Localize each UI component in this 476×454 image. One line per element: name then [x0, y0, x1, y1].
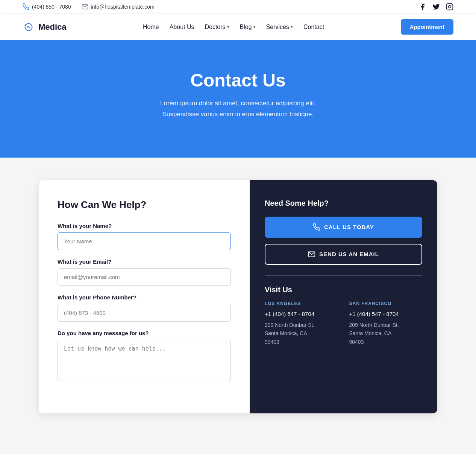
logo: Medica — [23, 21, 67, 33]
email-us-button[interactable]: SEND US AN EMAIL — [265, 244, 422, 265]
navbar: Medica Home About Us Doctors ▾ Blog ▾ Se… — [0, 14, 476, 40]
services-chevron-icon: ▾ — [291, 24, 293, 29]
form-title: How Can We Help? — [58, 199, 231, 211]
nav-services[interactable]: Services ▾ — [266, 24, 293, 30]
email-label: What is your Email? — [58, 258, 231, 265]
location-sf-address: 209 North Dunbar St.Santa Monica, CA9040… — [349, 321, 422, 346]
visit-title: Visit Us — [265, 285, 422, 294]
nav-about-label: About Us — [170, 24, 194, 30]
message-field-group: Do you have any message for us? — [58, 330, 231, 383]
nav-blog[interactable]: Blog ▾ — [240, 24, 256, 30]
location-la-address: 209 North Dunbar St.Santa Monica, CA9040… — [265, 321, 338, 346]
instagram-icon[interactable] — [446, 3, 453, 11]
email-icon — [308, 251, 315, 258]
social-links — [419, 3, 453, 11]
appointment-button[interactable]: Appointment — [401, 19, 453, 35]
hero-subtitle-line2: Suspendisse varius enim in eros elementu… — [15, 109, 461, 120]
call-btn-label: CALL US TODAY — [324, 224, 374, 230]
hero-title: Contact Us — [15, 70, 461, 91]
logo-icon — [23, 21, 35, 33]
top-bar-left: (404) 850 - 7080 info@hospitaltemplate.c… — [23, 3, 155, 10]
location-la-phone: +1 (404) 547 - 8704 — [265, 311, 338, 317]
nav-contact-label: Contact — [303, 24, 324, 30]
facebook-icon[interactable] — [419, 3, 426, 11]
phone-contact: (404) 850 - 7080 — [23, 3, 71, 10]
twitter-icon[interactable] — [432, 3, 440, 11]
contact-form-panel: How Can We Help? What is your Name? What… — [39, 180, 250, 413]
location-la-city: LOS ANGELES — [265, 301, 338, 306]
nav-home-label: Home — [143, 24, 159, 30]
email-field-group: What is your Email? — [58, 258, 231, 286]
call-us-button[interactable]: CALL US TODAY — [265, 217, 422, 238]
nav-contact[interactable]: Contact — [303, 24, 324, 30]
svg-point-4 — [25, 24, 27, 26]
name-field-group: What is your Name? — [58, 223, 231, 250]
email-address: info@hospitaltemplate.com — [91, 4, 155, 10]
phone-number: (404) 850 - 7080 — [32, 4, 71, 10]
message-label: Do you have any message for us? — [58, 330, 231, 336]
doctors-chevron-icon: ▾ — [227, 24, 229, 29]
need-help-title: Need Some Help? — [265, 199, 422, 208]
phone-icon — [23, 3, 29, 10]
logo-text: Medica — [38, 22, 67, 32]
main-content: How Can We Help? What is your Name? What… — [39, 180, 437, 413]
nav-links: Home About Us Doctors ▾ Blog ▾ Services … — [143, 24, 324, 30]
nav-services-label: Services — [266, 24, 289, 30]
locations: LOS ANGELES +1 (404) 547 - 8704 209 Nort… — [265, 301, 422, 346]
top-bar: (404) 850 - 7080 info@hospitaltemplate.c… — [0, 0, 476, 14]
phone-label: What is your Phone Number? — [58, 294, 231, 301]
blog-chevron-icon: ▾ — [253, 24, 256, 29]
nav-about[interactable]: About Us — [170, 24, 194, 30]
nav-blog-label: Blog — [240, 24, 252, 30]
nav-doctors[interactable]: Doctors ▾ — [205, 24, 229, 30]
mail-icon — [82, 3, 88, 10]
divider — [265, 275, 422, 276]
phone-field-group: What is your Phone Number? — [58, 294, 231, 322]
location-sf-city: SAN FRANCISCO — [349, 301, 422, 306]
email-btn-label: SEND US AN EMAIL — [319, 251, 379, 257]
hero-section: Contact Us Lorem ipsum dolor sit amet, c… — [0, 40, 476, 158]
message-input[interactable] — [58, 340, 231, 381]
location-la: LOS ANGELES +1 (404) 547 - 8704 209 Nort… — [265, 301, 338, 346]
location-sf-phone: +1 (404) 547 - 8704 — [349, 311, 422, 317]
email-input[interactable] — [58, 268, 231, 286]
svg-point-3 — [451, 5, 452, 6]
phone-input[interactable] — [58, 304, 231, 322]
location-sf: SAN FRANCISCO +1 (404) 547 - 8704 209 No… — [349, 301, 422, 346]
name-input[interactable] — [58, 232, 231, 250]
name-label: What is your Name? — [58, 223, 231, 229]
info-panel: Need Some Help? CALL US TODAY SEND US AN… — [250, 180, 437, 413]
nav-doctors-label: Doctors — [205, 24, 225, 30]
svg-point-2 — [449, 6, 451, 8]
nav-home[interactable]: Home — [143, 24, 159, 30]
hero-subtitle-line1: Lorem ipsum dolor sit amet, consectetur … — [15, 98, 461, 109]
svg-rect-1 — [447, 4, 453, 10]
call-icon — [313, 223, 320, 231]
email-contact: info@hospitaltemplate.com — [82, 3, 155, 10]
